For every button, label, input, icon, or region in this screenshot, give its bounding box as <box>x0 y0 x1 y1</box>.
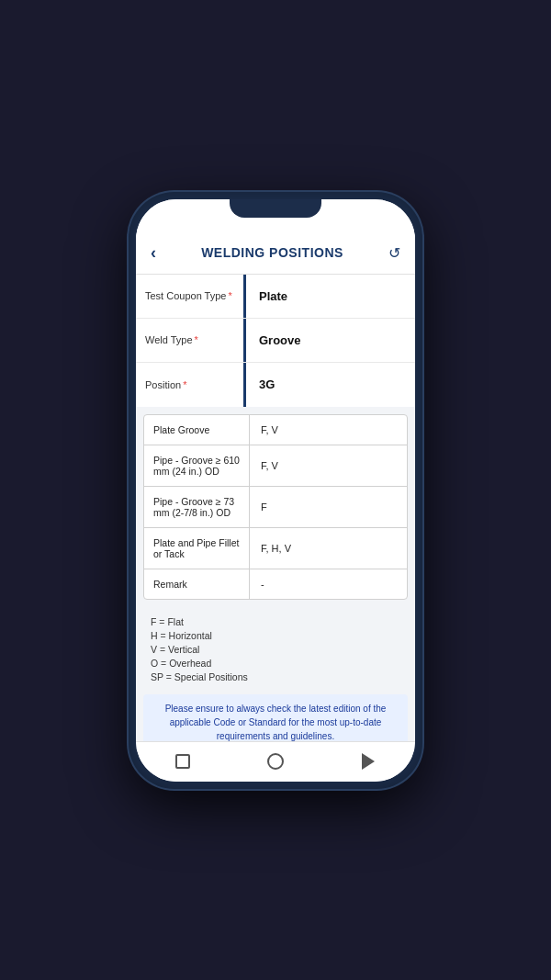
page-title: WELDING POSITIONS <box>201 245 343 260</box>
table-value-remark: - <box>250 569 407 599</box>
bottom-navigation <box>136 741 415 782</box>
nav-back-button[interactable] <box>357 750 379 772</box>
table-row-pipe-small: Pipe - Groove ≥ 73 mm (2-7/8 in.) OD F <box>144 487 407 528</box>
table-row-pipe-large: Pipe - Groove ≥ 610 mm (24 in.) OD F, V <box>144 445 407 487</box>
position-value: 3G <box>246 363 415 407</box>
phone-screen: ‹ WELDING POSITIONS ↺ Test Coupon Type *… <box>136 199 415 782</box>
legend-special: SP = Special Positions <box>151 671 400 682</box>
table-label-remark: Remark <box>144 569 250 599</box>
table-value-pipe-large: F, V <box>250 445 407 486</box>
phone-frame: ‹ WELDING POSITIONS ↺ Test Coupon Type *… <box>129 192 422 789</box>
nav-home-button[interactable] <box>264 750 287 772</box>
weld-type-label: Weld Type* <box>136 319 246 362</box>
weld-type-row: Weld Type* Groove <box>136 319 415 363</box>
legend-vertical: V = Vertical <box>151 644 400 655</box>
table-row-fillet: Plate and Pipe Fillet or Tack F, H, V <box>144 528 407 569</box>
app-header: ‹ WELDING POSITIONS ↺ <box>136 232 415 275</box>
nav-square-button[interactable] <box>172 750 194 772</box>
table-label-pipe-large: Pipe - Groove ≥ 610 mm (24 in.) OD <box>144 445 250 486</box>
positions-table: Plate Groove F, V Pipe - Groove ≥ 610 mm… <box>143 414 408 600</box>
position-label: Position* <box>136 363 246 407</box>
refresh-button[interactable]: ↺ <box>388 244 400 262</box>
back-button[interactable]: ‹ <box>151 243 156 263</box>
table-value-plate-groove: F, V <box>250 415 407 445</box>
legend-overhead: O = Overhead <box>151 658 400 669</box>
notch <box>230 199 321 218</box>
triangle-icon <box>362 753 375 770</box>
disclaimer-text: Please ensure to always check the latest… <box>143 694 408 741</box>
table-value-fillet: F, H, V <box>250 528 407 569</box>
status-bar <box>136 199 415 232</box>
legend-section: F = Flat H = Horizontal V = Vertical O =… <box>136 607 415 689</box>
info-section: Test Coupon Type * Plate Weld Type* Groo… <box>136 275 415 407</box>
legend-horizontal: H = Horizontal <box>151 630 400 641</box>
table-row-plate-groove: Plate Groove F, V <box>144 415 407 445</box>
square-icon <box>175 754 190 769</box>
table-label-fillet: Plate and Pipe Fillet or Tack <box>144 528 250 569</box>
test-coupon-value: Plate <box>246 275 415 318</box>
test-coupon-label: Test Coupon Type * <box>136 275 246 318</box>
circle-icon <box>267 753 284 770</box>
weld-type-value: Groove <box>246 319 415 362</box>
position-row: Position* 3G <box>136 363 415 407</box>
table-row-remark: Remark - <box>144 569 407 599</box>
main-content: Test Coupon Type * Plate Weld Type* Groo… <box>136 275 415 741</box>
test-coupon-row: Test Coupon Type * Plate <box>136 275 415 319</box>
table-label-pipe-small: Pipe - Groove ≥ 73 mm (2-7/8 in.) OD <box>144 487 250 527</box>
legend-flat: F = Flat <box>151 616 400 627</box>
table-label-plate-groove: Plate Groove <box>144 415 250 445</box>
table-value-pipe-small: F <box>250 487 407 527</box>
